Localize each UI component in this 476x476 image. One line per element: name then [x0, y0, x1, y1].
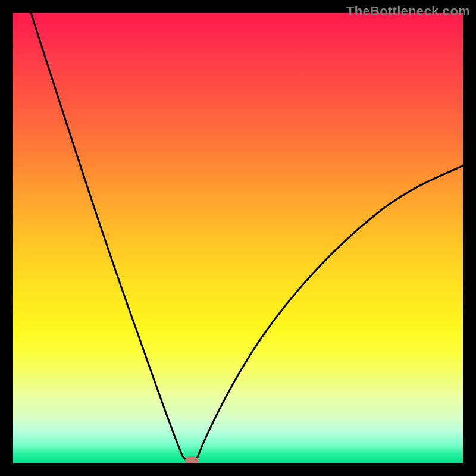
plot-area — [13, 13, 463, 463]
optimal-point-marker — [185, 456, 198, 463]
curve-right-branch — [196, 165, 463, 460]
watermark-text: TheBottleneck.com — [346, 4, 470, 19]
bottleneck-curve — [13, 13, 463, 463]
curve-left-branch — [31, 13, 186, 460]
outer-frame: TheBottleneck.com — [0, 0, 476, 476]
